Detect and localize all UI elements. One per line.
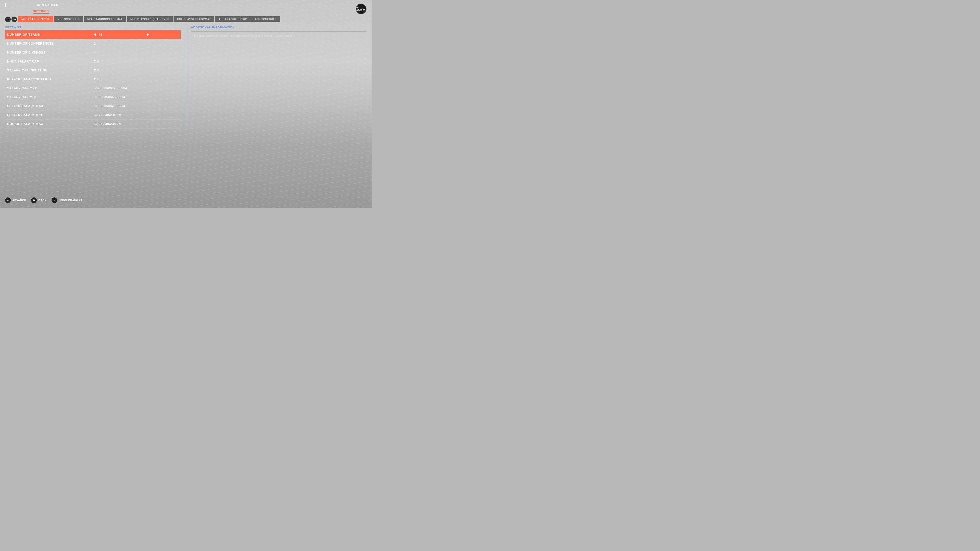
tab-nhl-standings-format[interactable]: NHL STANDINGS FORMAT	[84, 16, 126, 22]
value-player-salary-max: $16.500M/$20.625M	[94, 104, 140, 108]
label-rookie-salary-max: ROOKIE SALARY MAX	[7, 122, 94, 126]
label-player-salary-max: PLAYER SALARY MAX	[7, 104, 94, 108]
row-nhl-salary-cap[interactable]: NHL® SALARY CAP ON	[5, 57, 181, 66]
nav-overview[interactable]: OVERVIEW	[144, 10, 161, 14]
advance-control[interactable]: A ADVANCE	[5, 197, 26, 203]
breadcrumb: FRANCHISE MODE NEW CAREER	[5, 3, 366, 6]
label-number-of-teams: NUMBER OF TEAMS	[7, 33, 94, 37]
advance-label: ADVANCE	[12, 199, 26, 202]
additional-info-panel: ADDITIONAL INFORMATION This setting allo…	[186, 26, 367, 129]
value-salary-cap-inflation: ON	[94, 68, 140, 72]
breadcrumb-text: FRANCHISE MODE NEW CAREER	[7, 3, 59, 6]
breadcrumb-bar	[5, 3, 6, 6]
row-number-of-divisions[interactable]: NUMBER OF DIVISIONS 4	[5, 48, 181, 57]
back-label: BACK	[38, 199, 46, 202]
ea-sports-logo: EA SPORTS	[356, 3, 366, 14]
value-number-of-divisions: 4	[94, 51, 140, 54]
row-number-of-conferences[interactable]: NUMBER OF CONFERENCES 2	[5, 39, 181, 48]
settings-section-title: SETTINGS	[5, 26, 181, 29]
row-rookie-salary-max[interactable]: ROOKIE SALARY MAX $0.950M/$2.000M	[5, 120, 181, 129]
row-player-salary-scaling[interactable]: PLAYER SALARY SCALING OFF	[5, 75, 181, 84]
controls-number-of-teams: 48	[94, 33, 149, 37]
nav-select-mode[interactable]: SELECT MODE	[5, 10, 28, 14]
rb-button[interactable]: RB	[11, 17, 17, 22]
value-nhl-salary-cap: ON	[94, 60, 140, 63]
value-salary-cap-max: $82.500M/$125.000M	[94, 86, 140, 90]
label-number-of-conferences: NUMBER OF CONFERENCES	[7, 42, 94, 45]
b-button: B	[31, 197, 37, 203]
row-player-salary-max[interactable]: PLAYER SALARY MAX $16.500M/$20.625M	[5, 102, 181, 111]
lb-button[interactable]: LB	[5, 17, 11, 22]
value-salary-cap-min: $60.200M/$66.500M	[94, 95, 140, 99]
row-salary-cap-inflation[interactable]: SALARY CAP INFLATION ON	[5, 66, 181, 75]
label-player-salary-scaling: PLAYER SALARY SCALING	[7, 78, 94, 81]
label-salary-cap-min: SALARY CAP MIN	[7, 95, 94, 99]
sub-tabs-row: LB RB NHL LEAGUE SETUP NHL SCHEDULE NHL …	[5, 16, 366, 22]
row-number-of-teams[interactable]: NUMBER OF TEAMS 48	[5, 30, 181, 39]
label-number-of-divisions: NUMBER OF DIVISIONS	[7, 51, 94, 54]
undo-changes-label: UNDO CHANGES	[59, 199, 82, 202]
x-button: X	[52, 197, 57, 203]
tab-nhl-league-setup[interactable]: NHL LEAGUE SETUP	[18, 16, 53, 22]
value-rookie-salary-max: $0.950M/$2.000M	[94, 122, 140, 126]
tab-nhl-schedule[interactable]: NHL SCHEDULE	[54, 16, 83, 22]
nav-career[interactable]: CAREER	[125, 10, 138, 14]
label-player-salary-min: PLAYER SALARY MIN	[7, 113, 94, 117]
additional-info-title: ADDITIONAL INFORMATION	[191, 26, 367, 29]
back-control[interactable]: B BACK	[31, 197, 46, 203]
top-navigation: SELECT MODE SETTINGS NAME TEAM DIVISION …	[5, 9, 366, 14]
value-player-salary-scaling: OFF	[94, 78, 140, 81]
additional-info-text: This setting allows you to determine the…	[191, 34, 367, 38]
arrow-left-number-of-teams[interactable]	[94, 33, 96, 36]
nav-settings[interactable]: SETTINGS	[33, 9, 49, 14]
value-number-of-teams: 48	[99, 33, 145, 37]
nav-division-realignment[interactable]: DIVISION REALIGNMENT	[82, 10, 121, 14]
nav-name[interactable]: NAME	[54, 10, 63, 14]
tab-nhl-playoffs-format[interactable]: NHL PLAYOFFS FORMAT	[173, 16, 215, 22]
label-nhl-salary-cap: NHL® SALARY CAP	[7, 60, 94, 63]
undo-changes-control[interactable]: X UNDO CHANGES	[52, 197, 82, 203]
value-player-salary-min: $0.750M/$2.000M	[94, 113, 140, 117]
value-number-of-conferences: 2	[94, 42, 140, 45]
settings-panel: SETTINGS NUMBER OF TEAMS 48 NUMBER OF CO…	[5, 26, 181, 129]
label-salary-cap-max: SALARY CAP MAX	[7, 86, 94, 90]
a-button: A	[5, 197, 11, 203]
tab-ahl-league-setup[interactable]: AHL LEAGUE SETUP	[215, 16, 251, 22]
bottom-controls: A ADVANCE B BACK X UNDO CHANGES	[5, 197, 82, 203]
row-salary-cap-max[interactable]: SALARY CAP MAX $82.500M/$125.000M	[5, 84, 181, 93]
tab-ahl-schedule[interactable]: AHL SCHEDULE	[251, 16, 280, 22]
row-player-salary-min[interactable]: PLAYER SALARY MIN $0.750M/$2.000M	[5, 111, 181, 120]
main-content: SETTINGS NUMBER OF TEAMS 48 NUMBER OF CO…	[5, 26, 366, 129]
row-salary-cap-min[interactable]: SALARY CAP MIN $60.200M/$66.500M	[5, 93, 181, 102]
nav-team[interactable]: TEAM	[68, 10, 77, 14]
arrow-right-number-of-teams[interactable]	[147, 33, 149, 36]
tab-nhl-playoffs-qual-type[interactable]: NHL PLAYOFFS QUAL. TYPE	[127, 16, 173, 22]
label-salary-cap-inflation: SALARY CAP INFLATION	[7, 68, 94, 72]
